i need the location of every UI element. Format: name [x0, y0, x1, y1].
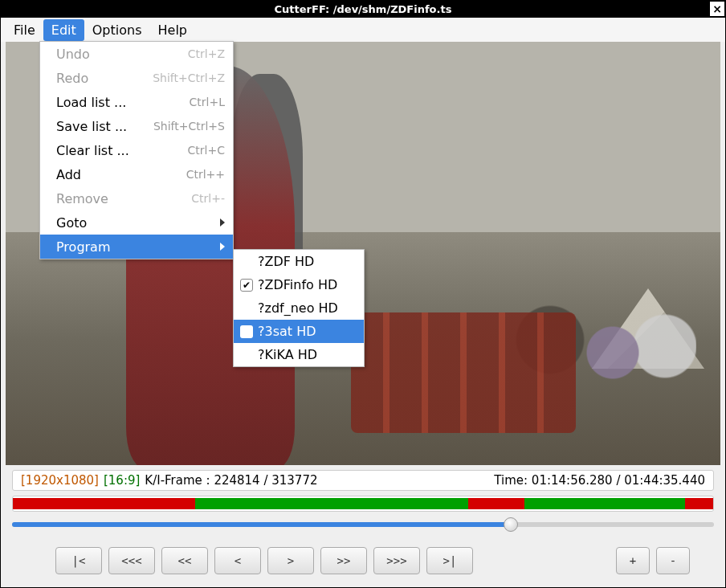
remove-marker-button[interactable]: -	[656, 547, 690, 574]
status-left: [1920x1080] [16:9] K/I-Frame : 224814 / …	[21, 473, 494, 488]
nav-fastback2-button[interactable]: <<	[161, 547, 208, 574]
menu-item-clear-list[interactable]: Clear list ... Ctrl+C	[40, 138, 233, 162]
window-title: CutterFF: /dev/shm/ZDFinfo.ts	[275, 3, 452, 15]
menu-item-label: Add	[56, 167, 81, 182]
resolution-label: [1920x1080]	[21, 473, 99, 488]
nav-first-button[interactable]: |<	[55, 547, 102, 574]
program-label: ?3sat HD	[258, 324, 316, 339]
scene-shields	[351, 312, 576, 433]
menu-file[interactable]: File	[6, 19, 43, 41]
menu-item-label: Redo	[56, 71, 88, 86]
menu-item-shortcut: Ctrl+-	[191, 192, 225, 205]
app-window: CutterFF: /dev/shm/ZDFinfo.ts × File Edi…	[0, 0, 726, 588]
menu-item-goto[interactable]: Goto	[40, 210, 233, 235]
menubar: File Edit Options Help Undo Ctrl+Z Redo …	[1, 18, 725, 42]
nav-back-button[interactable]: <	[214, 547, 261, 574]
program-item-zdfinfo-hd[interactable]: ✔ ?ZDFinfo HD	[234, 273, 364, 296]
menu-item-label: Undo	[56, 47, 90, 62]
nav-last-button[interactable]: >|	[426, 547, 473, 574]
timeline-segment-keep	[524, 498, 686, 509]
transport-buttons: |< <<< << < > >> >>> >| + -	[12, 541, 714, 581]
checkbox-icon	[240, 349, 253, 361]
marker-button-group: + -	[616, 547, 690, 574]
nav-fastfwd3-button[interactable]: >>>	[373, 547, 420, 574]
menu-item-undo[interactable]: Undo Ctrl+Z	[40, 42, 233, 66]
menu-item-add[interactable]: Add Ctrl++	[40, 162, 233, 186]
menu-edit[interactable]: Edit	[43, 19, 84, 41]
menu-item-load-list[interactable]: Load list ... Ctrl+L	[40, 90, 233, 114]
menu-item-label: Remove	[56, 191, 108, 206]
cut-timeline[interactable]	[12, 496, 714, 512]
timeline-segment-cut	[685, 498, 713, 509]
edit-dropdown: Undo Ctrl+Z Redo Shift+Ctrl+Z Load list …	[39, 41, 234, 259]
slider-fill	[12, 522, 511, 527]
frame-label: K/I-Frame : 224814 / 313772	[145, 473, 317, 488]
submenu-arrow-icon	[220, 243, 225, 251]
content-area: File Edit Options Help Undo Ctrl+Z Redo …	[0, 18, 726, 588]
close-button[interactable]: ×	[710, 2, 724, 16]
menu-item-label: Load list ...	[56, 95, 126, 110]
program-submenu: ?ZDF HD ✔ ?ZDFinfo HD ?zdf_neo HD ?3sat …	[233, 249, 365, 367]
status-bar: [1920x1080] [16:9] K/I-Frame : 224814 / …	[12, 470, 714, 491]
program-label: ?zdf_neo HD	[258, 300, 338, 316]
menu-item-label: Program	[56, 239, 111, 255]
program-item-zdf-neo-hd[interactable]: ?zdf_neo HD	[234, 296, 364, 320]
menu-item-shortcut: Shift+Ctrl+Z	[153, 71, 225, 84]
checkbox-icon	[240, 302, 253, 315]
submenu-arrow-icon	[220, 218, 225, 227]
menu-item-shortcut: Ctrl++	[186, 168, 225, 181]
menu-item-label: Clear list ...	[56, 143, 129, 158]
add-marker-button[interactable]: +	[616, 547, 650, 574]
program-item-kika-hd[interactable]: ?KiKA HD	[234, 343, 364, 366]
titlebar[interactable]: CutterFF: /dev/shm/ZDFinfo.ts ×	[0, 0, 726, 18]
menu-help[interactable]: Help	[150, 19, 195, 41]
timeline-segment-keep	[195, 498, 468, 509]
menu-item-shortcut: Shift+Ctrl+S	[153, 120, 225, 133]
program-item-zdf-hd[interactable]: ?ZDF HD	[234, 250, 364, 273]
program-label: ?ZDF HD	[258, 254, 314, 269]
menu-item-label: Save list ...	[56, 119, 127, 134]
menu-item-remove[interactable]: Remove Ctrl+-	[40, 186, 233, 210]
menu-item-shortcut: Ctrl+Z	[188, 47, 225, 60]
program-item-3sat-hd[interactable]: ?3sat HD	[234, 320, 364, 343]
menu-item-shortcut: Ctrl+C	[188, 144, 225, 157]
slider-thumb[interactable]	[504, 517, 518, 532]
program-label: ?ZDFinfo HD	[258, 277, 337, 292]
program-label: ?KiKA HD	[258, 347, 317, 362]
menu-options[interactable]: Options	[84, 19, 150, 41]
timeline-segment-cut	[468, 498, 524, 509]
checkbox-icon	[240, 255, 253, 268]
time-label: Time: 01:14:56.280 / 01:44:35.440	[494, 473, 705, 488]
nav-fastback3-button[interactable]: <<<	[108, 547, 155, 574]
menu-item-label: Goto	[56, 215, 87, 231]
nav-fastfwd2-button[interactable]: >>	[320, 547, 367, 574]
menu-item-redo[interactable]: Redo Shift+Ctrl+Z	[40, 66, 233, 90]
nav-fwd-button[interactable]: >	[267, 547, 314, 574]
position-slider[interactable]	[12, 515, 714, 534]
menu-item-program[interactable]: Program	[40, 235, 233, 259]
aspect-label: [16:9]	[104, 473, 140, 488]
checkbox-icon	[240, 325, 253, 338]
menu-item-save-list[interactable]: Save list ... Shift+Ctrl+S	[40, 114, 233, 138]
timeline-segment-cut	[13, 498, 195, 509]
checkbox-icon: ✔	[240, 279, 253, 292]
menu-item-shortcut: Ctrl+L	[190, 96, 225, 108]
nav-button-group: |< <<< << < > >> >>> >|	[55, 547, 473, 574]
